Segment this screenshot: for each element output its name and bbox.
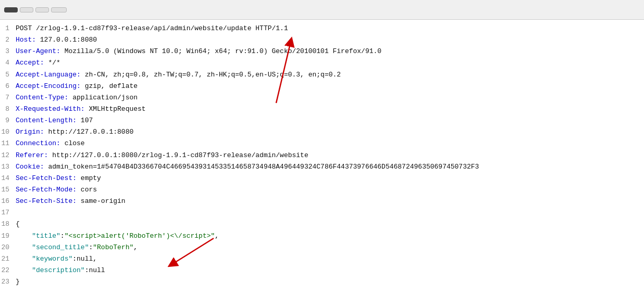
line-row: 1POST /zrlog-1.9.1-cd87f93-release/api/a… <box>0 23 644 34</box>
line-number: 13 <box>0 162 16 172</box>
tab-pretty[interactable] <box>4 7 18 12</box>
line-number: 21 <box>0 254 16 264</box>
line-row: 9Content-Length: 107 <box>0 115 644 126</box>
line-content: Cookie: admin_token=1#54704B4D3366704C46… <box>16 162 479 172</box>
line-row: 12Referer: http://127.0.0.1:8080/zrlog-1… <box>0 150 644 161</box>
line-row: 20 "second_title":"RoboTerh", <box>0 242 644 253</box>
line-row: 4Accept: */* <box>0 57 644 69</box>
line-row: 3User-Agent: Mozilla/5.0 (Windows NT 10.… <box>0 46 644 57</box>
line-content: Origin: http://127.0.0.1:8080 <box>16 127 133 137</box>
line-number: 15 <box>0 185 16 195</box>
line-row: 10Origin: http://127.0.0.1:8080 <box>0 126 644 138</box>
tab-raw[interactable] <box>20 7 33 12</box>
line-row: 15Sec-Fetch-Mode: cors <box>0 184 644 196</box>
line-row: 11Connection: close <box>0 138 644 149</box>
content-area: 1POST /zrlog-1.9.1-cd87f93-release/api/a… <box>0 20 644 291</box>
line-content: "keywords":null, <box>16 254 97 264</box>
line-row: 14Sec-Fetch-Dest: empty <box>0 173 644 184</box>
line-number: 19 <box>0 231 16 241</box>
line-row: 22 "description":null <box>0 265 644 276</box>
line-number: 5 <box>0 70 16 80</box>
line-number: 23 <box>0 277 16 287</box>
line-content: Sec-Fetch-Dest: empty <box>16 173 101 184</box>
line-number: 7 <box>0 93 16 103</box>
line-row: 8X-Requested-With: XMLHttpRequest <box>0 104 644 115</box>
line-content: X-Requested-With: XMLHttpRequest <box>16 104 146 114</box>
line-content: Content-Length: 107 <box>16 116 93 126</box>
line-number: 18 <box>0 219 16 229</box>
line-content: "description":null <box>16 265 105 276</box>
line-content: Host: 127.0.0.1:8080 <box>16 35 97 45</box>
line-number: 1 <box>0 23 16 34</box>
line-content: Accept-Encoding: gzip, deflate <box>16 81 138 92</box>
toolbar <box>0 0 644 20</box>
line-content: Sec-Fetch-Site: same-origin <box>16 196 126 207</box>
line-content: Connection: close <box>16 138 85 149</box>
line-row: 18{ <box>0 219 644 230</box>
line-row: 6Accept-Encoding: gzip, deflate <box>0 81 644 92</box>
line-number: 16 <box>0 196 16 207</box>
line-number: 22 <box>0 265 16 276</box>
line-number: 11 <box>0 138 16 149</box>
line-row: 5Accept-Language: zh-CN, zh;q=0.8, zh-TW… <box>0 69 644 81</box>
line-row: 21 "keywords":null, <box>0 253 644 265</box>
line-content: Accept: */* <box>16 58 60 68</box>
line-number: 3 <box>0 46 16 57</box>
line-number: 12 <box>0 150 16 161</box>
line-content: "second_title":"RoboTerh", <box>16 242 138 253</box>
line-content: "title":"<script>alert('RoboTerh')<\/scr… <box>16 231 219 241</box>
line-content: Content-Type: application/json <box>16 93 138 103</box>
line-number: 9 <box>0 116 16 126</box>
line-row: 17 <box>0 207 644 219</box>
line-content: { <box>16 219 20 229</box>
line-content: Accept-Language: zh-CN, zh;q=0.8, zh-TW;… <box>16 70 341 80</box>
line-number: 8 <box>0 104 16 114</box>
line-row: 7Content-Type: application/json <box>0 92 644 104</box>
line-number: 17 <box>0 208 16 218</box>
line-content: User-Agent: Mozilla/5.0 (Windows NT 10.0… <box>16 46 381 57</box>
line-row: 16Sec-Fetch-Site: same-origin <box>0 196 644 207</box>
line-row: 13Cookie: admin_token=1#54704B4D3366704C… <box>0 161 644 173</box>
line-number: 14 <box>0 173 16 184</box>
line-number: 6 <box>0 81 16 92</box>
line-row: 23} <box>0 276 644 288</box>
line-row: 2Host: 127.0.0.1:8080 <box>0 34 644 46</box>
line-content: POST /zrlog-1.9.1-cd87f93-release/api/ad… <box>16 23 288 34</box>
line-number: 2 <box>0 35 16 45</box>
line-content: Sec-Fetch-Mode: cors <box>16 185 97 195</box>
line-number: 20 <box>0 242 16 253</box>
line-row: 19 "title":"<script>alert('RoboTerh')<\/… <box>0 230 644 242</box>
tab-ln[interactable] <box>35 7 49 12</box>
line-content: } <box>16 277 20 287</box>
actions-button[interactable] <box>51 7 67 12</box>
line-number: 10 <box>0 127 16 137</box>
line-content: Referer: http://127.0.0.1:8080/zrlog-1.9… <box>16 150 308 161</box>
line-number: 4 <box>0 58 16 68</box>
